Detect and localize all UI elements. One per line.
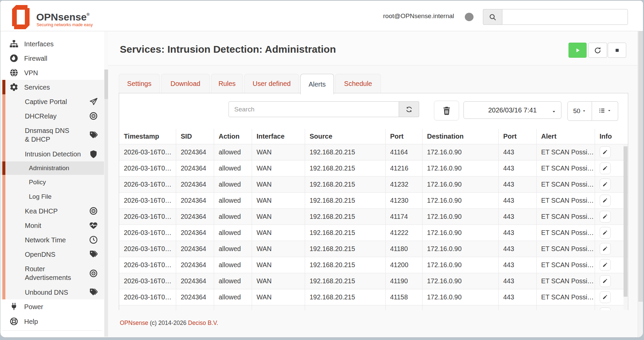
sidebar-item-captive-portal[interactable]: Captive Portal [1,94,104,109]
table-row[interactable]: 2026-03-16T0…2024364allowedWAN192.168.20… [119,257,628,273]
page-size-dropdown[interactable]: 50 [567,101,592,121]
table-row[interactable]: 2026-03-16T0…2024364allowedWAN192.168.20… [119,225,628,241]
table-row[interactable]: 2026-03-16T0…2024364allowedWAN192.168.20… [119,273,628,289]
tab-alerts[interactable]: Alerts [300,74,334,94]
table-cell: allowed [214,160,252,176]
tab-rules[interactable]: Rules [211,74,243,93]
sidebar-item-opendns[interactable]: OpenDNS [1,247,104,261]
edit-alert-button[interactable] [600,227,611,239]
column-header-source[interactable]: Source [305,129,385,144]
footer-link[interactable]: Deciso B.V. [188,320,218,326]
start-service-button[interactable] [568,43,587,58]
sidebar-item-interfaces[interactable]: Interfaces [1,37,104,51]
tab-download[interactable]: Download [161,74,210,93]
table-cell: 192.168.20.215 [305,273,385,289]
delete-alerts-button[interactable] [434,101,459,120]
table-row[interactable]: 2026-03-16T0…2024364allowedWAN192.168.20… [119,208,628,225]
column-header-info[interactable]: Info [595,129,628,144]
column-chooser-dropdown[interactable] [592,101,618,121]
table-cell: allowed [214,289,252,305]
sidebar-item-network-time[interactable]: Network Time [1,233,104,247]
active-section-strip [2,123,5,147]
edit-alert-button[interactable] [600,146,611,158]
global-search-input[interactable] [502,9,628,25]
column-header-alert[interactable]: Alert [536,129,595,144]
table-cell: WAN [252,305,305,310]
sidebar-item-intrusion-detection[interactable]: Intrusion Detection [1,147,104,161]
active-section-strip [2,175,5,189]
bullseye-icon [89,206,98,215]
stop-service-button[interactable] [608,43,626,58]
sidebar-item-services[interactable]: Services [1,80,104,94]
table-row[interactable]: 2026-03-16T0…2024364allowedWAN192.168.20… [119,144,628,160]
edit-alert-button[interactable] [600,307,611,310]
table-row[interactable]: 2026-03-16T0…2024364allowedWAN192.168.20… [119,305,628,310]
edit-alert-button[interactable] [600,162,611,174]
table-row[interactable]: 2026-03-16T0…2024364allowedWAN192.168.20… [119,192,628,208]
table-cell-info [595,192,628,208]
opnsense-logo[interactable]: OPNsense® Securing networks made easy [10,5,108,28]
sidebar-item-unbound-dns[interactable]: Unbound DNS [1,285,104,299]
table-cell: allowed [214,192,252,208]
sidebar-item-kea-dhcp[interactable]: Kea DHCP [1,204,104,218]
table-cell: WAN [252,289,305,305]
tab-schedule[interactable]: Schedule [335,74,381,93]
table-cell: ET SCAN Possi… [536,160,595,176]
column-header-sid[interactable]: SID [176,129,214,144]
sidebar-item-vpn[interactable]: VPN [1,65,104,80]
table-cell-info [595,160,628,176]
edit-alert-button[interactable] [600,243,611,255]
pencil-icon [602,149,608,155]
sidebar-item-log-file[interactable]: Log File [1,189,104,204]
sidebar-item-administration[interactable]: Administration [1,161,104,175]
table-row[interactable]: 2026-03-16T0…2024364allowedWAN192.168.20… [119,241,628,257]
window-scrollbar[interactable] [638,1,643,337]
table-cell: 172.16.0.90 [422,257,498,273]
edit-alert-button[interactable] [600,259,611,271]
sidebar-item-router-advertisements[interactable]: Router Advertisements [1,261,104,285]
sidebar-item-dhcrelay[interactable]: DHCRelay [1,109,104,123]
sidebar-item-monit[interactable]: Monit [1,218,104,233]
shield-icon [89,150,98,159]
table-row[interactable]: 2026-03-16T0…2024364allowedWAN192.168.20… [119,289,628,305]
column-header-destination[interactable]: Destination [422,129,498,144]
tab-content-panel: 2026/03/16 7:41 50 TimestampSIDActionInt… [119,93,628,310]
date-filter-dropdown[interactable]: 2026/03/16 7:41 [463,101,561,119]
column-header-action[interactable]: Action [214,129,252,144]
table-scrollbar[interactable] [624,144,628,310]
table-row[interactable]: 2026-03-16T0…2024364allowedWAN192.168.20… [119,176,628,192]
restart-service-button[interactable] [588,43,607,58]
caret-down-icon [582,107,586,115]
table-cell: 172.16.0.90 [422,241,498,257]
column-header-port[interactable]: Port [385,129,422,144]
sidebar-item-help[interactable]: Help [1,314,104,329]
sidebar-item-power[interactable]: Power [1,299,104,314]
table-cell: 41158 [385,289,422,305]
tab-settings[interactable]: Settings [119,74,160,93]
gear-icon [9,83,18,92]
sidebar-item-policy[interactable]: Policy [1,175,104,189]
table-cell: allowed [214,144,252,160]
table-cell: allowed [214,305,252,310]
edit-alert-button[interactable] [600,195,611,206]
table-cell: 192.168.20.215 [305,241,385,257]
sidebar-scrollbar[interactable] [104,69,108,337]
table-row[interactable]: 2026-03-16T0…2024364allowedWAN192.168.20… [119,160,628,176]
edit-alert-button[interactable] [600,211,611,223]
column-header-timestamp[interactable]: Timestamp [119,129,176,144]
table-cell: 192.168.20.215 [305,289,385,305]
edit-alert-button[interactable] [600,291,611,303]
sidebar-item-dnsmasq-dns-dhcp[interactable]: Dnsmasq DNS & DHCP [1,123,104,147]
sidebar-item-firewall[interactable]: Firewall [1,51,104,65]
alerts-search-input[interactable] [229,101,399,117]
column-header-interface[interactable]: Interface [252,129,305,144]
table-cell: 41222 [385,225,422,241]
tab-user-defined[interactable]: User defined [244,74,299,93]
refresh-search-button[interactable] [399,101,419,117]
footer-link[interactable]: OPNsense [120,320,148,326]
column-header-port[interactable]: Port [498,129,536,144]
edit-alert-button[interactable] [600,275,611,287]
clock-icon [89,235,98,244]
edit-alert-button[interactable] [600,179,611,190]
stop-icon [614,47,621,54]
